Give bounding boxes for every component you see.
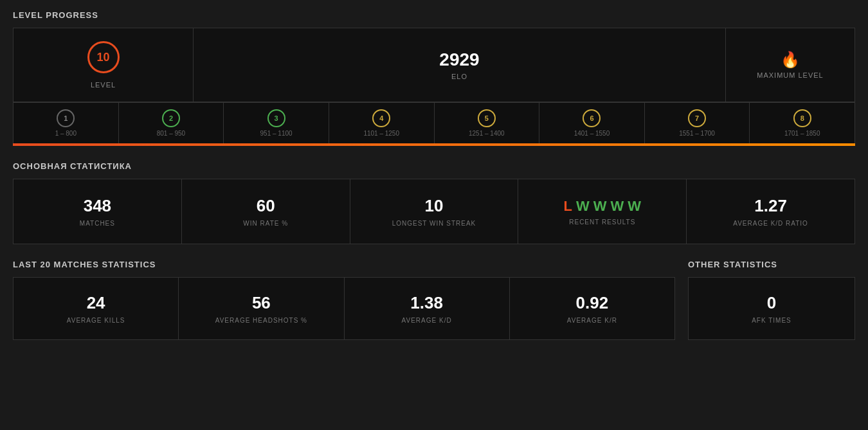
stat-card: 60WIN RATE % xyxy=(182,179,350,244)
result-char: L xyxy=(564,198,572,215)
stat-value: 1.27 xyxy=(754,196,787,216)
other-cards: 0 AFK TIMES xyxy=(688,277,855,340)
elo-segment-range: 801 – 950 xyxy=(157,130,186,137)
other-card: 0 AFK TIMES xyxy=(689,278,854,339)
elo-segment: 4 1101 – 1250 xyxy=(329,103,435,143)
other-stat-value: 0 xyxy=(767,293,776,313)
last20-value: 56 xyxy=(252,293,271,313)
last20-wrapper: LAST 20 MATCHES STATISTICS 24 AVERAGE KI… xyxy=(13,260,675,340)
bottom-stats-wrapper: LAST 20 MATCHES STATISTICS 24 AVERAGE KI… xyxy=(0,244,868,353)
stat-value: 348 xyxy=(84,196,111,216)
elo-value: 2929 xyxy=(439,49,479,70)
stat-value: 60 xyxy=(257,196,275,216)
elo-segment: 7 1551 – 1700 xyxy=(645,103,750,143)
basic-stats-section: ОСНОВНАЯ СТАТИСТИКА 348MATCHES60WIN RATE… xyxy=(0,146,868,244)
level-card: 10 LEVEL xyxy=(14,28,194,102)
elo-segment-range: 1551 – 1700 xyxy=(679,130,715,137)
last20-label: AVERAGE HEADSHOTS % xyxy=(215,317,307,324)
elo-segment-range: 1701 – 1850 xyxy=(784,130,820,137)
level-badge: 10 xyxy=(87,41,120,73)
elo-range-bar: 1 1 – 800 2 801 – 950 3 951 – 1100 4 110… xyxy=(13,102,855,143)
level-label: LEVEL xyxy=(91,81,116,89)
elo-segment-range: 1251 – 1400 xyxy=(469,130,505,137)
fire-icon: 🔥 xyxy=(781,51,800,69)
elo-segment-badge: 1 xyxy=(57,109,75,127)
stat-card: LWWWWRECENT RESULTS xyxy=(518,179,687,244)
level-progress-cards: 10 LEVEL 2929 ELO 🔥 MAXIMUM LEVEL xyxy=(13,28,855,102)
other-stats-title: OTHER STATISTICS xyxy=(688,260,855,269)
last20-card: 1.38 AVERAGE K/D xyxy=(345,278,510,339)
stat-label: WIN RATE % xyxy=(243,220,288,227)
stat-card: 1.27AVERAGE K/D RATIO xyxy=(687,179,854,244)
elo-segment-badge: 2 xyxy=(162,109,180,127)
last20-label: AVERAGE K/D xyxy=(402,317,452,324)
last20-label: AVERAGE KILLS xyxy=(67,317,125,324)
elo-segment-range: 951 – 1100 xyxy=(260,130,293,137)
level-progress-title: LEVEL PROGRESS xyxy=(13,10,855,20)
result-char: W xyxy=(576,198,590,215)
result-char: W xyxy=(611,198,624,215)
elo-segment-range: 1 – 800 xyxy=(55,130,77,137)
elo-segment: 8 1701 – 1850 xyxy=(750,103,854,143)
max-level-card: 🔥 MAXIMUM LEVEL xyxy=(726,28,854,102)
elo-segment: 1 1 – 800 xyxy=(14,103,119,143)
stat-value: 10 xyxy=(425,196,444,216)
elo-segment-badge: 6 xyxy=(583,109,601,127)
stats-cards: 348MATCHES60WIN RATE %10LONGEST WIN STRE… xyxy=(13,179,855,244)
recent-results: LWWWW xyxy=(564,198,642,215)
level-progress-section: LEVEL PROGRESS 10 LEVEL 2929 ELO 🔥 MAXIM… xyxy=(0,0,868,146)
elo-card: 2929 ELO xyxy=(194,28,726,102)
elo-label: ELO xyxy=(451,73,467,80)
other-stat-label: AFK TIMES xyxy=(752,317,791,324)
result-char: W xyxy=(628,198,641,215)
stat-label: MATCHES xyxy=(80,220,115,227)
stat-label: RECENT RESULTS xyxy=(569,219,635,226)
elo-segment-range: 1401 – 1550 xyxy=(574,130,610,137)
stat-card: 10LONGEST WIN STREAK xyxy=(350,179,519,244)
elo-segment: 6 1401 – 1550 xyxy=(539,103,645,143)
last20-card: 0.92 AVERAGE K/R xyxy=(510,278,674,339)
last20-value: 24 xyxy=(87,293,105,313)
last20-card: 56 AVERAGE HEADSHOTS % xyxy=(179,278,344,339)
elo-segment-badge: 5 xyxy=(478,109,496,127)
elo-segment-badge: 3 xyxy=(267,109,285,127)
last20-title: LAST 20 MATCHES STATISTICS xyxy=(13,260,675,269)
last20-card: 24 AVERAGE KILLS xyxy=(14,278,179,339)
last20-cards: 24 AVERAGE KILLS 56 AVERAGE HEADSHOTS % … xyxy=(13,277,675,340)
elo-segment: 3 951 – 1100 xyxy=(224,103,329,143)
basic-stats-title: ОСНОВНАЯ СТАТИСТИКА xyxy=(13,161,855,171)
elo-segment: 2 801 – 950 xyxy=(119,103,224,143)
stat-label: AVERAGE K/D RATIO xyxy=(733,220,808,227)
stat-label: LONGEST WIN STREAK xyxy=(392,220,476,227)
result-char: W xyxy=(593,198,607,215)
last20-value: 0.92 xyxy=(576,293,609,313)
last20-label: AVERAGE K/R xyxy=(567,317,617,324)
last20-value: 1.38 xyxy=(410,293,443,313)
other-stats-wrapper: OTHER STATISTICS 0 AFK TIMES xyxy=(688,260,855,340)
stat-card: 348MATCHES xyxy=(14,179,182,244)
elo-segment-badge: 7 xyxy=(688,109,706,127)
elo-segment-badge: 8 xyxy=(793,109,811,127)
elo-segment: 5 1251 – 1400 xyxy=(435,103,540,143)
elo-segment-range: 1101 – 1250 xyxy=(363,130,399,137)
elo-segment-badge: 4 xyxy=(372,109,390,127)
level-value: 10 xyxy=(96,51,109,64)
max-level-label: MAXIMUM LEVEL xyxy=(757,71,823,79)
